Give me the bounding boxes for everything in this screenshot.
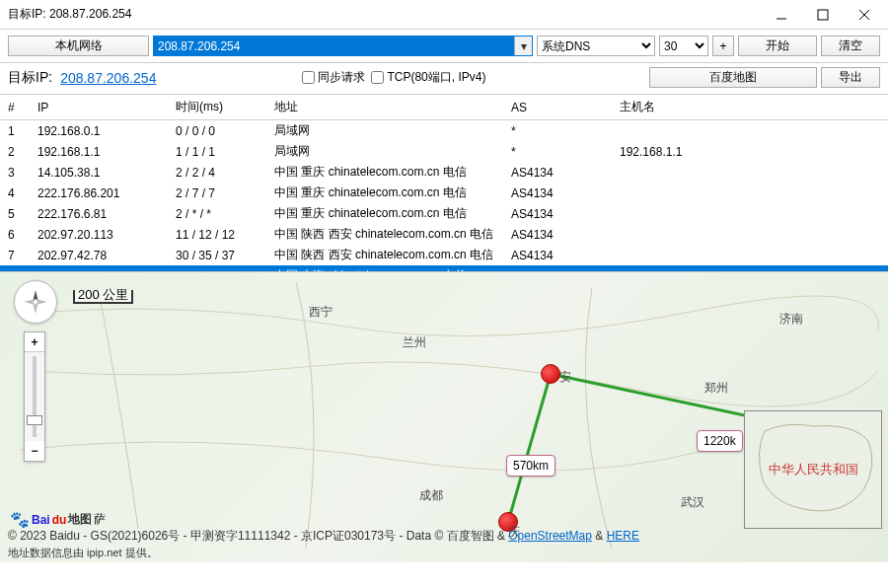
paw-icon: 🐾 bbox=[10, 510, 30, 529]
cell-num: 4 bbox=[0, 183, 30, 203]
cell-time: 30 / 35 / 37 bbox=[168, 245, 266, 265]
window-title: 目标IP: 208.87.206.254 bbox=[8, 6, 131, 23]
titlebar: 目标IP: 208.87.206.254 bbox=[0, 0, 888, 30]
map-marker-xian[interactable] bbox=[541, 364, 560, 384]
zoom-slider[interactable] bbox=[25, 352, 44, 441]
window-buttons bbox=[762, 3, 884, 27]
trace-table-wrap[interactable]: # IP 时间(ms) 地址 AS 主机名 1192.168.0.10 / 0 … bbox=[0, 95, 888, 272]
close-button[interactable] bbox=[845, 3, 884, 27]
minimize-button[interactable] bbox=[762, 3, 801, 27]
cell-addr: 局域网 bbox=[266, 120, 503, 142]
maximize-button[interactable] bbox=[803, 3, 843, 27]
cell-ip: 192.168.1.1 bbox=[30, 141, 168, 162]
table-row[interactable]: 1192.168.0.10 / 0 / 0局域网* bbox=[0, 120, 888, 142]
table-row[interactable]: 5222.176.6.812 / * / *中国 重庆 chinatelecom… bbox=[0, 203, 888, 224]
export-button[interactable]: 导出 bbox=[821, 67, 880, 88]
cell-num: 7 bbox=[0, 245, 30, 265]
here-link[interactable]: HERE bbox=[607, 529, 639, 543]
baidu-logo: 🐾 Baidu 地图萨 bbox=[10, 510, 106, 529]
th-host[interactable]: 主机名 bbox=[612, 95, 888, 120]
cell-time: 1 / 1 / 1 bbox=[168, 141, 266, 162]
count-select[interactable]: 30 bbox=[659, 36, 708, 56]
zoom-out-button[interactable]: − bbox=[25, 441, 44, 461]
cell-ip: 222.176.86.201 bbox=[30, 183, 168, 203]
dns-select[interactable]: 系统DNS bbox=[537, 36, 655, 56]
footer-note: 地址数据信息由 ipip.net 提供。 bbox=[8, 546, 158, 560]
compass-control[interactable] bbox=[14, 280, 57, 324]
right-buttons: 百度地图 导出 bbox=[649, 67, 880, 88]
sync-request-checkbox[interactable]: 同步请求 bbox=[302, 69, 365, 86]
cell-as: * bbox=[503, 141, 612, 162]
chevron-down-icon[interactable]: ▾ bbox=[514, 37, 532, 55]
target-ip-input[interactable]: 208.87.206.254 ▾ bbox=[153, 36, 533, 56]
osm-link[interactable]: OpenStreetMap bbox=[508, 529, 592, 543]
cell-host bbox=[612, 203, 888, 224]
toolbar-main: 本机网络 208.87.206.254 ▾ 系统DNS 30 + 开始 清空 bbox=[0, 30, 888, 63]
svg-marker-9 bbox=[36, 299, 47, 305]
target-ip-link[interactable]: 208.87.206.254 bbox=[60, 70, 156, 86]
local-network-button[interactable]: 本机网络 bbox=[8, 36, 149, 56]
baidu-map-button[interactable]: 百度地图 bbox=[649, 67, 817, 88]
cell-ip: 202.97.20.113 bbox=[30, 224, 168, 245]
cell-ip: 222.176.6.81 bbox=[30, 203, 168, 224]
th-time[interactable]: 时间(ms) bbox=[168, 95, 266, 120]
svg-rect-1 bbox=[818, 10, 828, 20]
cell-as: AS4134 bbox=[503, 224, 612, 245]
cell-num: 1 bbox=[0, 120, 30, 142]
tcp80-checkbox[interactable]: TCP(80端口, IPv4) bbox=[371, 69, 485, 86]
cell-time: 2 / 2 / 4 bbox=[168, 162, 266, 183]
cell-time: 2 / * / * bbox=[168, 203, 266, 224]
table-row[interactable]: 4222.176.86.2012 / 7 / 7中国 重庆 chinatelec… bbox=[0, 183, 888, 203]
zoom-control: + − bbox=[24, 331, 45, 462]
cell-num: 5 bbox=[0, 203, 30, 224]
cell-host: 192.168.1.1 bbox=[612, 141, 888, 162]
map-area[interactable]: 570km 1220k 西宁 兰州 安 郑州 济南 成都 庆 武汉 200 公里… bbox=[0, 272, 888, 562]
cell-time: 0 / 0 / 0 bbox=[168, 120, 266, 142]
cell-addr: 局域网 bbox=[266, 141, 503, 162]
cell-num: 3 bbox=[0, 162, 30, 183]
distance-label-2: 1220k bbox=[697, 430, 743, 452]
cell-as: AS4134 bbox=[503, 245, 612, 265]
cell-time: 33 / 36 / 38 bbox=[168, 265, 266, 272]
plus-button[interactable]: + bbox=[712, 36, 734, 56]
th-ip[interactable]: IP bbox=[30, 95, 168, 120]
svg-line-4 bbox=[508, 374, 551, 522]
start-button[interactable]: 开始 bbox=[738, 36, 817, 56]
mini-map-label: 中华人民共和国 bbox=[769, 461, 858, 478]
cell-num: 6 bbox=[0, 224, 30, 245]
cell-addr: 中国 重庆 chinatelecom.com.cn 电信 bbox=[266, 183, 503, 203]
cell-as: * bbox=[503, 120, 612, 142]
table-row[interactable]: 2192.168.1.11 / 1 / 1局域网*192.168.1.1 bbox=[0, 141, 888, 162]
toolbar-sub: 目标IP: 208.87.206.254 同步请求 TCP(80端口, IPv4… bbox=[0, 63, 888, 95]
target-ip-value: 208.87.206.254 bbox=[158, 39, 240, 53]
svg-marker-8 bbox=[24, 299, 36, 305]
cell-ip: 192.168.0.1 bbox=[30, 120, 168, 142]
th-addr[interactable]: 地址 bbox=[266, 95, 503, 120]
cell-num: 2 bbox=[0, 141, 30, 162]
table-row[interactable]: 859.43.156.12933 / 36 / 38中国 上海 chinatel… bbox=[0, 265, 888, 272]
cell-ip: 59.43.156.129 bbox=[30, 265, 168, 272]
scale-label: 200 公里 bbox=[73, 290, 133, 304]
zoom-in-button[interactable]: + bbox=[25, 332, 44, 352]
cell-as: AS4134 bbox=[503, 162, 612, 183]
cell-host bbox=[612, 265, 888, 272]
cell-host bbox=[612, 245, 888, 265]
cell-host bbox=[612, 120, 888, 142]
cell-addr: 中国 陕西 西安 chinatelecom.com.cn 电信 bbox=[266, 224, 503, 245]
cell-host bbox=[612, 183, 888, 203]
copyright-text: © 2023 Baidu - GS(2021)6026号 - 甲测资字11111… bbox=[8, 528, 639, 545]
target-ip-label: 目标IP: bbox=[8, 69, 52, 87]
cell-addr: 中国 重庆 chinatelecom.com.cn 电信 bbox=[266, 203, 503, 224]
table-row[interactable]: 7202.97.42.7830 / 35 / 37中国 陕西 西安 chinat… bbox=[0, 245, 888, 265]
table-row[interactable]: 314.105.38.12 / 2 / 4中国 重庆 chinatelecom.… bbox=[0, 162, 888, 183]
clear-button[interactable]: 清空 bbox=[821, 36, 880, 56]
cell-time: 2 / 7 / 7 bbox=[168, 183, 266, 203]
mini-map[interactable]: 中华人民共和国 bbox=[744, 410, 882, 529]
th-as[interactable]: AS bbox=[503, 95, 612, 120]
th-num[interactable]: # bbox=[0, 95, 30, 120]
cell-addr: 中国 陕西 西安 chinatelecom.com.cn 电信 bbox=[266, 245, 503, 265]
cell-host bbox=[612, 224, 888, 245]
table-row[interactable]: 6202.97.20.11311 / 12 / 12中国 陕西 西安 china… bbox=[0, 224, 888, 245]
zoom-thumb[interactable] bbox=[27, 415, 42, 425]
cell-addr: 中国 上海 chinatelecom.com.cn 电信 bbox=[266, 265, 503, 272]
